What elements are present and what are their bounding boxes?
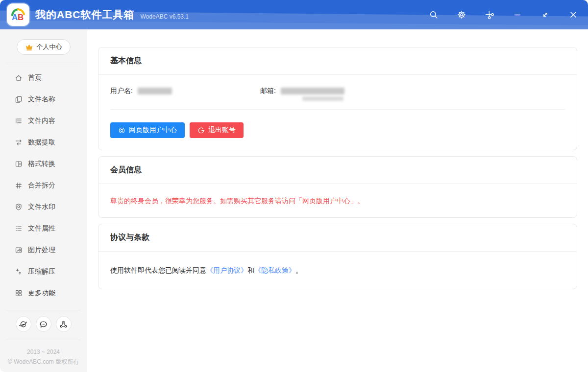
svg-text:A: A <box>12 13 18 22</box>
sidebar-item-data-extract[interactable]: 数据提取 <box>0 132 87 153</box>
app-version: WodeABC v6.53.1 <box>141 13 189 20</box>
sidebar-quick-links <box>0 316 87 332</box>
terms-header: 协议与条款 <box>98 224 577 252</box>
share-network-icon[interactable] <box>56 316 72 332</box>
sidebar: 个人中心 首页 文件名称 <box>0 29 87 372</box>
basic-info-card: 基本信息 用户名: 邮箱: <box>98 47 577 150</box>
sidebar-divider <box>6 310 81 310</box>
terms-card: 协议与条款 使用软件即代表您已阅读并同意《用户协议》和《隐私政策》。 <box>98 224 577 289</box>
titlebar: A B 我的ABC软件工具箱 WodeABC v6.53.1 <box>0 0 588 29</box>
sidebar-item-compress[interactable]: 压缩解压 <box>0 261 87 282</box>
basic-info-header: 基本信息 <box>98 47 577 75</box>
search-icon[interactable] <box>429 10 439 20</box>
username-redacted <box>138 88 172 94</box>
crown-icon <box>25 43 33 51</box>
terms-statement: 使用软件即代表您已阅读并同意《用户协议》和《隐私政策》。 <box>110 265 565 275</box>
compress-icon <box>15 268 23 276</box>
sidebar-divider <box>6 63 81 63</box>
card-inner-divider <box>110 109 565 110</box>
copyright-text: © WodeABC.com 版权所有 <box>0 357 87 367</box>
user-agreement-link[interactable]: 《用户协议》 <box>206 266 247 274</box>
sidebar-item-format-convert[interactable]: 格式转换 <box>0 153 87 175</box>
home-icon <box>15 74 23 82</box>
sidebar-item-image-process[interactable]: 图片处理 <box>0 239 87 261</box>
svg-text:B: B <box>18 13 24 22</box>
sidebar-item-label: 文件属性 <box>28 224 55 233</box>
file-content-icon <box>15 117 23 125</box>
account-info-row: 用户名: 邮箱: <box>110 87 565 95</box>
sidebar-divider <box>6 340 81 340</box>
app-logo-graphic: A B <box>8 5 28 24</box>
data-extract-icon <box>15 139 23 146</box>
terms-title: 协议与条款 <box>110 233 149 241</box>
sidebar-item-label: 文件水印 <box>28 203 55 211</box>
user-center-target-icon <box>118 127 125 134</box>
terms-prefix: 使用软件即代表您已阅读并同意 <box>110 266 206 274</box>
sidebar-nav: 首页 文件名称 文件内容 <box>0 67 87 304</box>
main-content: 基本信息 用户名: 邮箱: <box>87 29 588 372</box>
sidebar-item-label: 压缩解压 <box>28 267 55 276</box>
sidebar-item-label: 图片处理 <box>28 246 55 255</box>
email-redacted <box>281 88 344 94</box>
sidebar-item-label: 格式转换 <box>28 160 55 168</box>
image-process-icon <box>15 246 23 254</box>
username-label: 用户名: <box>110 87 133 95</box>
sidebar-item-more[interactable]: 更多功能 <box>0 282 87 304</box>
logout-label: 退出账号 <box>208 126 236 135</box>
member-info-title: 会员信息 <box>110 165 142 174</box>
sidebar-item-file-content[interactable]: 文件内容 <box>0 110 87 132</box>
app-title: 我的ABC软件工具箱 <box>35 8 135 22</box>
web-user-center-button[interactable]: 网页版用户中心 <box>110 122 185 138</box>
terms-suffix: 。 <box>295 266 302 274</box>
sidebar-item-file-name[interactable]: 文件名称 <box>0 89 87 110</box>
sidebar-item-merge-split[interactable]: 合并拆分 <box>0 175 87 196</box>
format-convert-icon <box>15 160 23 168</box>
scissors-icon[interactable] <box>485 10 494 20</box>
app-logo: A B <box>7 3 29 26</box>
sidebar-item-label: 文件名称 <box>28 95 55 104</box>
sidebar-footer: 2013 ~ 2024 © WodeABC.com 版权所有 <box>0 347 87 372</box>
personal-center-label: 个人中心 <box>37 43 62 51</box>
member-info-card: 会员信息 尊贵的终身会员，很荣幸为您服务。如需购买其它服务请访问「网页版用户中心… <box>98 156 577 218</box>
email-redacted-2 <box>302 96 343 101</box>
terms-conjunction: 和 <box>247 266 254 274</box>
sidebar-item-label: 数据提取 <box>28 138 55 147</box>
personal-center-button[interactable]: 个人中心 <box>17 39 71 55</box>
settings-gear-icon[interactable] <box>457 10 466 20</box>
ie-browser-icon[interactable] <box>16 316 31 332</box>
sidebar-item-watermark[interactable]: 文件水印 <box>0 196 87 218</box>
sidebar-item-home[interactable]: 首页 <box>0 67 87 89</box>
sidebar-item-label: 文件内容 <box>28 116 55 125</box>
merge-split-icon <box>15 182 23 189</box>
basic-info-title: 基本信息 <box>110 56 142 65</box>
file-name-icon <box>15 95 23 103</box>
copyright-years: 2013 ~ 2024 <box>0 347 87 357</box>
logout-button[interactable]: 退出账号 <box>190 122 244 138</box>
more-grid-icon <box>15 289 23 297</box>
member-status-message: 尊贵的终身会员，很荣幸为您服务。如需购买其它服务请访问「网页版用户中心」。 <box>110 196 565 206</box>
member-info-header: 会员信息 <box>98 157 577 184</box>
titlebar-controls <box>429 10 588 20</box>
email-label: 邮箱: <box>260 87 276 95</box>
minimize-icon[interactable] <box>513 10 522 20</box>
file-properties-icon <box>15 225 23 232</box>
sidebar-item-label: 更多功能 <box>28 289 55 298</box>
logout-icon <box>197 127 205 134</box>
privacy-policy-link[interactable]: 《隐私政策》 <box>254 266 295 274</box>
web-user-center-label: 网页版用户中心 <box>129 126 177 135</box>
chat-bubble-icon[interactable] <box>36 316 51 332</box>
watermark-icon <box>15 203 23 211</box>
resize-icon[interactable] <box>540 10 550 20</box>
sidebar-item-label: 合并拆分 <box>28 181 55 190</box>
sidebar-item-file-properties[interactable]: 文件属性 <box>0 218 87 239</box>
sidebar-item-label: 首页 <box>28 73 42 82</box>
close-icon[interactable] <box>568 10 578 20</box>
app-window: A B 我的ABC软件工具箱 WodeABC v6.53.1 <box>0 0 588 372</box>
